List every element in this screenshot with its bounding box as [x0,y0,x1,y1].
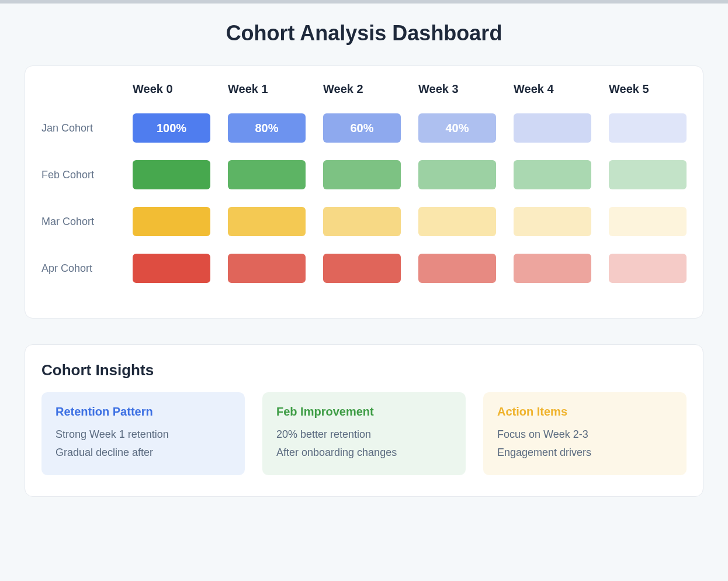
cohort-cell [418,207,496,236]
cohort-cell [133,254,210,283]
column-header: Week 4 [514,82,591,96]
insight-title: Action Items [497,405,672,419]
insight-card: Feb Improvement20% better retentionAfter… [262,392,466,475]
page-title: Cohort Analysis Dashboard [25,21,703,46]
insights-row: Retention PatternStrong Week 1 retention… [41,392,687,475]
insight-title: Retention Pattern [56,405,231,419]
cohort-cell [609,160,687,189]
cohort-cell [133,207,210,236]
column-header: Week 1 [228,82,306,96]
insight-line: After onboarding changes [276,444,452,462]
cohort-cell [418,254,496,283]
cohort-cell [609,113,687,143]
cohort-cell [323,160,401,189]
cohort-cell: 40% [418,113,496,143]
cohort-cell [133,160,210,189]
cohort-grid: Week 0Week 1Week 2Week 3Week 4Week 5Jan … [41,82,687,283]
cohort-cell [228,254,306,283]
cohort-cell [418,160,496,189]
row-label: Jan Cohort [41,122,115,134]
insight-title: Feb Improvement [276,405,452,419]
insight-card: Action ItemsFocus on Week 2-3Engagement … [483,392,687,475]
cohort-cell [514,254,591,283]
cohort-cell: 100% [133,113,210,143]
cohort-cell [514,207,591,236]
cohort-cell: 80% [228,113,306,143]
cohort-cell [228,160,306,189]
insights-title: Cohort Insights [41,361,687,379]
insight-line: Focus on Week 2-3 [497,426,672,444]
cohort-cell [323,254,401,283]
cohort-cell: 60% [323,113,401,143]
cohort-cell [323,207,401,236]
insight-card: Retention PatternStrong Week 1 retention… [41,392,245,475]
insights-card: Cohort Insights Retention PatternStrong … [25,344,703,497]
insight-line: Engagement drivers [497,444,672,462]
column-header: Week 0 [133,82,210,96]
column-header: Week 3 [418,82,496,96]
column-header: Week 5 [609,82,687,96]
cohort-cell [609,254,687,283]
insight-line: Strong Week 1 retention [56,426,231,444]
insight-line: Gradual decline after [56,444,231,462]
insight-line: 20% better retention [276,426,452,444]
cohort-cell [609,207,687,236]
row-label: Apr Cohort [41,262,115,275]
cohort-table-card: Week 0Week 1Week 2Week 3Week 4Week 5Jan … [25,65,703,319]
column-header: Week 2 [323,82,401,96]
cohort-cell [228,207,306,236]
cohort-cell [514,160,591,189]
row-label: Mar Cohort [41,216,115,228]
cohort-cell [514,113,591,143]
row-label: Feb Cohort [41,169,115,181]
